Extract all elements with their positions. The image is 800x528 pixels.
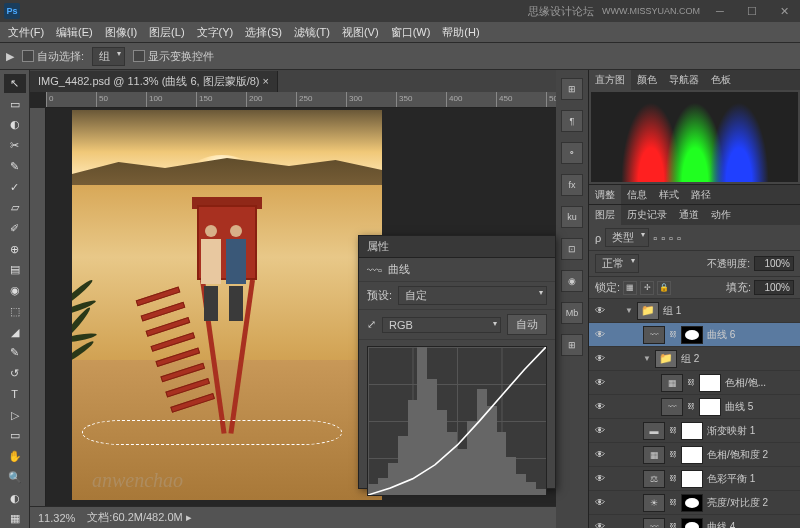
tool-16[interactable]: ▷	[4, 406, 26, 425]
dock-icon-8[interactable]: ⊞	[561, 334, 583, 356]
visibility-toggle[interactable]: 👁	[593, 521, 607, 528]
tool-6[interactable]: ▱	[4, 198, 26, 217]
layer-row[interactable]: 👁▼📁组 1	[589, 299, 800, 323]
tab-adjustments[interactable]: 调整	[589, 185, 621, 204]
menu-view[interactable]: 视图(V)	[336, 23, 385, 42]
visibility-toggle[interactable]: 👁	[593, 353, 607, 364]
filter-icon[interactable]: ▫	[653, 232, 657, 244]
tool-21[interactable]: ▦	[4, 509, 26, 528]
visibility-toggle[interactable]: 👁	[593, 449, 607, 460]
opacity-input[interactable]: 100%	[754, 256, 794, 271]
menu-filter[interactable]: 滤镜(T)	[288, 23, 336, 42]
tool-11[interactable]: ⬚	[4, 302, 26, 321]
visibility-toggle[interactable]: 👁	[593, 473, 607, 484]
tab-info[interactable]: 信息	[621, 185, 653, 204]
tool-20[interactable]: ◐	[4, 489, 26, 508]
tool-7[interactable]: ✐	[4, 219, 26, 238]
ps-logo-icon: Ps	[4, 3, 20, 19]
auto-select-checkbox[interactable]	[22, 50, 34, 62]
fill-input[interactable]: 100%	[754, 280, 794, 295]
tab-color[interactable]: 颜色	[631, 70, 663, 90]
options-bar: ▶ 自动选择: 组 显示变换控件	[0, 42, 800, 70]
document-tab[interactable]: IMG_4482.psd @ 11.3% (曲线 6, 图层蒙版/8) ×	[30, 71, 278, 92]
visibility-toggle[interactable]: 👁	[593, 329, 607, 340]
tab-paths[interactable]: 路径	[685, 185, 717, 204]
minimize-button[interactable]: ─	[708, 4, 732, 18]
tool-15[interactable]: T	[4, 385, 26, 404]
layer-row[interactable]: 👁〰⛓曲线 6	[589, 323, 800, 347]
auto-select-dropdown[interactable]: 组	[92, 47, 125, 66]
tab-channels[interactable]: 通道	[673, 205, 705, 225]
tool-10[interactable]: ◉	[4, 281, 26, 300]
layer-kind-filter[interactable]: 类型	[605, 228, 649, 247]
layers-list[interactable]: 👁▼📁组 1👁〰⛓曲线 6👁▼📁组 2👁▦⛓色相/饱...👁〰⛓曲线 5👁▬⛓渐…	[589, 299, 800, 528]
menu-select[interactable]: 选择(S)	[239, 23, 288, 42]
dock-icon-4[interactable]: ku	[561, 206, 583, 228]
layer-row[interactable]: 👁☀⛓亮度/对比度 2	[589, 491, 800, 515]
zoom-value[interactable]: 11.32%	[38, 512, 75, 524]
eyedropper-icon[interactable]: ⤢	[367, 318, 376, 331]
curves-graph[interactable]	[367, 346, 547, 496]
menu-image[interactable]: 图像(I)	[99, 23, 143, 42]
menu-file[interactable]: 文件(F)	[2, 23, 50, 42]
maximize-button[interactable]: ☐	[740, 4, 764, 18]
tab-layers[interactable]: 图层	[589, 205, 621, 225]
canvas[interactable]: anwenchao	[72, 110, 382, 500]
blend-mode-dropdown[interactable]: 正常	[595, 254, 639, 273]
tab-actions[interactable]: 动作	[705, 205, 737, 225]
close-button[interactable]: ✕	[772, 4, 796, 18]
dock-icon-2[interactable]: ⚬	[561, 142, 583, 164]
layer-row[interactable]: 👁⚖⛓色彩平衡 1	[589, 467, 800, 491]
tab-swatches[interactable]: 色板	[705, 70, 737, 90]
tool-8[interactable]: ⊕	[4, 240, 26, 259]
layer-row[interactable]: 👁▬⛓渐变映射 1	[589, 419, 800, 443]
dock-icon-0[interactable]: ⊞	[561, 78, 583, 100]
auto-button[interactable]: 自动	[507, 314, 547, 335]
tool-14[interactable]: ↺	[4, 364, 26, 383]
tool-5[interactable]: ✓	[4, 178, 26, 197]
tool-12[interactable]: ◢	[4, 323, 26, 342]
mask-thumb	[681, 446, 703, 464]
lock-pixels-icon[interactable]: ▦	[623, 281, 637, 295]
dock-icon-6[interactable]: ◉	[561, 270, 583, 292]
layer-row[interactable]: 👁〰⛓曲线 5	[589, 395, 800, 419]
tool-1[interactable]: ▭	[4, 95, 26, 114]
visibility-toggle[interactable]: 👁	[593, 425, 607, 436]
dock-icon-5[interactable]: ⊡	[561, 238, 583, 260]
tool-4[interactable]: ✎	[4, 157, 26, 176]
layer-row[interactable]: 👁▦⛓色相/饱和度 2	[589, 443, 800, 467]
preset-dropdown[interactable]: 自定	[398, 286, 547, 305]
visibility-toggle[interactable]: 👁	[593, 401, 607, 412]
menu-type[interactable]: 文字(Y)	[191, 23, 240, 42]
menu-help[interactable]: 帮助(H)	[436, 23, 485, 42]
tool-19[interactable]: 🔍	[4, 468, 26, 487]
menu-edit[interactable]: 编辑(E)	[50, 23, 99, 42]
dock-icon-3[interactable]: fx	[561, 174, 583, 196]
layer-row[interactable]: 👁〰⛓曲线 4	[589, 515, 800, 528]
show-controls-checkbox[interactable]	[133, 50, 145, 62]
tool-9[interactable]: ▤	[4, 261, 26, 280]
menu-layer[interactable]: 图层(L)	[143, 23, 190, 42]
tab-styles[interactable]: 样式	[653, 185, 685, 204]
visibility-toggle[interactable]: 👁	[593, 497, 607, 508]
tool-3[interactable]: ✂	[4, 136, 26, 155]
layer-row[interactable]: 👁▼📁组 2	[589, 347, 800, 371]
lock-position-icon[interactable]: ✢	[640, 281, 654, 295]
lock-all-icon[interactable]: 🔒	[657, 281, 671, 295]
tool-2[interactable]: ◐	[4, 115, 26, 134]
tab-history[interactable]: 历史记录	[621, 205, 673, 225]
tool-18[interactable]: ✋	[4, 447, 26, 466]
layer-row[interactable]: 👁▦⛓色相/饱...	[589, 371, 800, 395]
properties-panel[interactable]: 属性 〰▫曲线 预设: 自定 ⤢ RGB 自动	[358, 235, 556, 489]
menu-window[interactable]: 窗口(W)	[385, 23, 437, 42]
tool-13[interactable]: ✎	[4, 344, 26, 363]
visibility-toggle[interactable]: 👁	[593, 377, 607, 388]
dock-icon-7[interactable]: Mb	[561, 302, 583, 324]
tool-0[interactable]: ↖	[4, 74, 26, 93]
tab-navigator[interactable]: 导航器	[663, 70, 705, 90]
tab-histogram[interactable]: 直方图	[589, 70, 631, 90]
visibility-toggle[interactable]: 👁	[593, 305, 607, 316]
dock-icon-1[interactable]: ¶	[561, 110, 583, 132]
channel-dropdown[interactable]: RGB	[382, 317, 501, 333]
tool-17[interactable]: ▭	[4, 426, 26, 445]
